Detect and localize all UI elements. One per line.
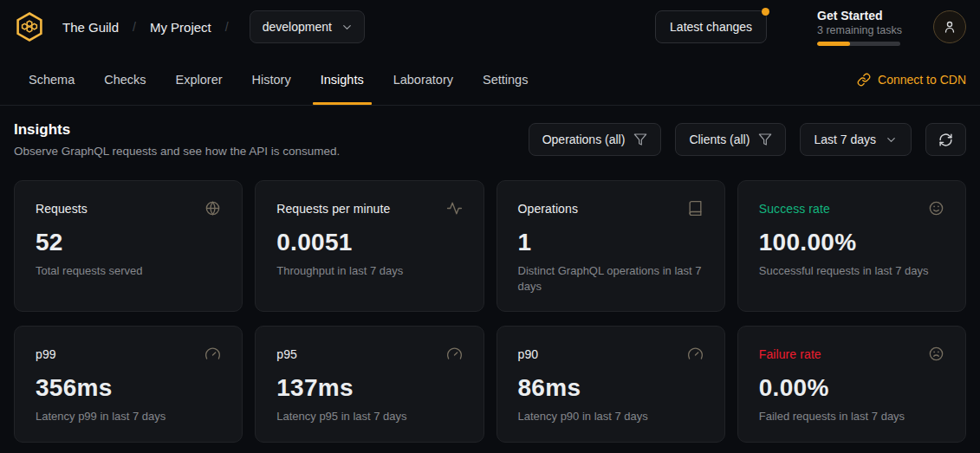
breadcrumb-separator: / — [127, 20, 141, 34]
card-value: 1 — [518, 229, 704, 256]
metric-card-p95: p95 137ms Latency p95 in last 7 days — [255, 326, 484, 443]
metric-card-failure-rate: Failure rate 0.00% Failed requests in la… — [737, 326, 966, 443]
card-title: p99 — [36, 347, 56, 361]
card-title: Operations — [518, 202, 578, 216]
metric-card-rpm: Requests per minute 0.0051 Throughput in… — [255, 180, 484, 312]
page-heading: Insights Observe GraphQL requests and se… — [14, 121, 340, 158]
card-description: Throughput in last 7 days — [276, 263, 462, 279]
breadcrumb-org[interactable]: The Guild — [62, 20, 119, 35]
hive-logo-icon[interactable] — [14, 11, 45, 42]
card-title: p95 — [276, 347, 297, 361]
link-icon — [857, 73, 871, 87]
user-icon — [942, 19, 957, 35]
card-value: 86ms — [518, 374, 704, 402]
get-started-widget[interactable]: Get Started 3 remaining tasks — [817, 9, 902, 46]
clients-filter-button[interactable]: Clients (all) — [675, 123, 786, 156]
card-description: Latency p95 in last 7 days — [276, 409, 462, 424]
tab-explorer[interactable]: Explorer — [161, 54, 237, 105]
get-started-subtitle: 3 remaining tasks — [817, 24, 902, 36]
refresh-icon — [938, 133, 953, 147]
connect-to-cdn-link[interactable]: Connect to CDN — [857, 54, 966, 105]
tab-history[interactable]: History — [237, 54, 306, 105]
card-description: Successful requests in last 7 days — [759, 263, 944, 279]
tab-schema[interactable]: Schema — [14, 54, 89, 105]
tab-checks[interactable]: Checks — [89, 54, 160, 105]
frown-icon — [928, 346, 944, 362]
card-title: p90 — [518, 347, 539, 361]
card-value: 356ms — [36, 374, 221, 402]
operations-filter-label: Operations (all) — [542, 133, 626, 146]
metric-card-requests: Requests 52 Total requests served — [14, 180, 243, 312]
card-value: 0.00% — [759, 374, 944, 402]
page-subtitle: Observe GraphQL requests and see how the… — [14, 145, 340, 158]
card-title: Failure rate — [759, 347, 821, 361]
tab-laboratory[interactable]: Laboratory — [379, 54, 468, 105]
card-description: Latency p99 in last 7 days — [36, 409, 221, 424]
card-value: 0.0051 — [276, 229, 462, 256]
tab-settings[interactable]: Settings — [468, 54, 542, 105]
metric-card-operations: Operations 1 Distinct GraphQL operations… — [496, 180, 725, 312]
book-icon — [687, 200, 704, 217]
tab-insights[interactable]: Insights — [306, 54, 379, 105]
refresh-button[interactable] — [925, 123, 966, 156]
globe-icon — [204, 200, 221, 217]
metric-card-p99: p99 356ms Latency p99 in last 7 days — [14, 326, 243, 443]
page-title: Insights — [14, 121, 340, 139]
card-title: Requests per minute — [276, 202, 390, 216]
connect-to-cdn-label: Connect to CDN — [878, 73, 966, 87]
insights-page: Insights Observe GraphQL requests and se… — [0, 106, 980, 443]
metric-card-p90: p90 86ms Latency p90 in last 7 days — [496, 326, 725, 443]
latest-changes-label: Latest changes — [670, 20, 752, 34]
gauge-icon — [446, 346, 463, 362]
period-select-value: Last 7 days — [814, 133, 876, 146]
card-description: Distinct GraphQL operations in last 7 da… — [518, 263, 704, 294]
activity-icon — [446, 200, 463, 217]
target-select-value: development — [263, 20, 332, 34]
target-select[interactable]: development — [250, 10, 365, 43]
user-avatar[interactable] — [933, 10, 966, 43]
funnel-icon — [633, 133, 647, 146]
clients-filter-label: Clients (all) — [689, 133, 750, 146]
funnel-icon — [758, 133, 772, 146]
chevron-down-icon — [885, 133, 898, 146]
operations-filter-button[interactable]: Operations (all) — [529, 123, 662, 156]
card-value: 52 — [36, 229, 221, 256]
smile-icon — [928, 200, 944, 217]
top-bar: The Guild / My Project / development Lat… — [0, 0, 980, 54]
metric-cards-grid: Requests 52 Total requests served Reques… — [14, 180, 966, 443]
card-description: Failed requests in last 7 days — [759, 409, 944, 424]
chevron-down-icon — [341, 21, 354, 34]
filter-toolbar: Operations (all) Clients (all) Last 7 da… — [529, 123, 966, 156]
breadcrumb-separator: / — [220, 20, 234, 34]
card-title: Success rate — [759, 202, 830, 216]
period-select[interactable]: Last 7 days — [800, 123, 912, 156]
card-value: 137ms — [276, 374, 462, 402]
get-started-title: Get Started — [817, 9, 902, 23]
breadcrumb-project[interactable]: My Project — [150, 20, 211, 35]
get-started-progress-fill — [817, 42, 850, 46]
metric-card-success-rate: Success rate 100.00% Successful requests… — [737, 180, 966, 312]
card-title: Requests — [36, 202, 88, 216]
notification-dot — [762, 8, 769, 16]
card-description: Latency p90 in last 7 days — [518, 409, 704, 424]
card-value: 100.00% — [759, 229, 944, 256]
latest-changes-button[interactable]: Latest changes — [655, 10, 767, 43]
card-description: Total requests served — [36, 263, 221, 279]
get-started-progress-track — [817, 42, 900, 46]
gauge-icon — [687, 346, 704, 362]
main-nav: Schema Checks Explorer History Insights … — [0, 54, 980, 106]
gauge-icon — [204, 346, 221, 362]
